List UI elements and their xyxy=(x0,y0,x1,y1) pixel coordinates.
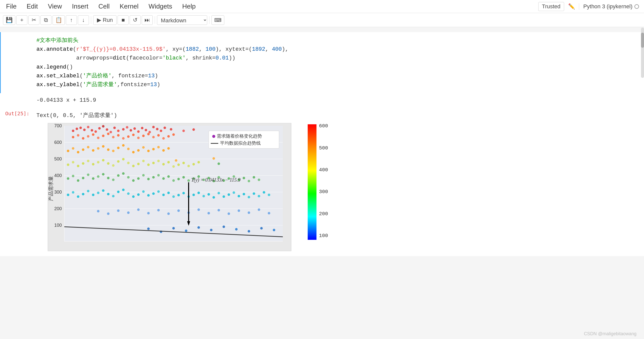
svg-point-34 xyxy=(137,130,140,133)
chart-prompt-space xyxy=(15,123,48,251)
divider-3 xyxy=(209,16,209,24)
svg-point-92 xyxy=(82,162,84,165)
svg-point-164 xyxy=(107,193,110,195)
add-cell-button[interactable]: + xyxy=(16,15,27,25)
stop-button[interactable]: ■ xyxy=(118,15,129,25)
svg-point-64 xyxy=(167,135,170,138)
menu-widgets[interactable]: Widgets xyxy=(147,2,174,11)
menu-insert[interactable]: Insert xyxy=(70,2,90,11)
svg-point-61 xyxy=(152,136,155,138)
svg-point-137 xyxy=(167,175,170,178)
code-block[interactable]: #文本中添加前头 ax.annotate(r'$T_{(y)}=0.04133x… xyxy=(33,34,644,91)
svg-point-94 xyxy=(92,163,94,165)
svg-point-78 xyxy=(127,148,130,150)
right-scrollbar[interactable] xyxy=(641,28,644,78)
out25-content: Text(0, 0.5, '产品需求量') xyxy=(33,107,644,123)
move-up-button[interactable]: ↑ xyxy=(66,15,77,25)
svg-point-176 xyxy=(167,192,170,194)
svg-point-181 xyxy=(192,194,195,196)
svg-text:700: 700 xyxy=(54,123,62,128)
svg-point-75 xyxy=(112,150,115,152)
colorbar: 600 500 400 300 200 100 xyxy=(306,123,319,244)
tick-100: 100 xyxy=(319,233,328,239)
svg-point-167 xyxy=(122,189,125,191)
svg-point-193 xyxy=(253,192,255,195)
svg-point-127 xyxy=(117,174,120,177)
svg-point-50 xyxy=(97,137,99,139)
svg-point-66 xyxy=(67,150,69,152)
run-button[interactable]: ▶ Run xyxy=(93,15,117,25)
svg-point-171 xyxy=(142,190,145,193)
svg-point-205 xyxy=(177,209,180,212)
move-down-button[interactable]: ↓ xyxy=(78,15,89,25)
refresh-button[interactable]: ↺ xyxy=(130,15,141,25)
svg-point-20 xyxy=(83,129,86,131)
skip-button[interactable]: ⏭ xyxy=(142,15,153,25)
svg-point-47 xyxy=(82,137,84,140)
cut-button[interactable]: ✂ xyxy=(28,15,39,25)
paste-button[interactable]: 📋 xyxy=(52,15,65,25)
svg-point-17 xyxy=(72,130,74,132)
svg-point-85 xyxy=(162,149,165,152)
copy-button[interactable]: ⧉ xyxy=(40,15,51,25)
svg-point-31 xyxy=(126,126,128,129)
svg-point-41 xyxy=(164,127,166,129)
svg-point-74 xyxy=(107,148,110,151)
svg-point-194 xyxy=(258,195,260,197)
svg-point-185 xyxy=(212,196,215,199)
menu-file[interactable]: File xyxy=(4,2,19,11)
svg-point-117 xyxy=(67,177,69,180)
svg-point-159 xyxy=(82,193,84,195)
edit-icon[interactable]: ✏️ xyxy=(568,3,575,10)
svg-point-100 xyxy=(122,158,125,160)
svg-point-80 xyxy=(137,149,140,152)
svg-point-110 xyxy=(172,165,175,168)
svg-point-212 xyxy=(248,211,250,214)
svg-text:100: 100 xyxy=(54,223,62,228)
colorbar-svg xyxy=(306,123,319,241)
svg-point-223 xyxy=(248,230,250,233)
svg-point-102 xyxy=(132,165,135,167)
chart-and-colorbar: 700 600 500 400 300 200 100 产品需求量 xyxy=(48,123,319,251)
run-icon: ▶ xyxy=(97,17,101,23)
svg-point-198 xyxy=(107,212,110,215)
svg-point-191 xyxy=(243,193,245,195)
svg-point-225 xyxy=(273,229,275,231)
svg-point-195 xyxy=(263,191,265,194)
menu-edit[interactable]: Edit xyxy=(25,2,40,11)
svg-point-152 xyxy=(243,177,245,179)
menu-help[interactable]: Help xyxy=(180,2,198,11)
menu-cell[interactable]: Cell xyxy=(96,2,112,11)
svg-point-62 xyxy=(157,134,160,137)
svg-point-189 xyxy=(233,191,235,194)
svg-point-157 xyxy=(72,191,74,194)
svg-point-175 xyxy=(162,194,165,196)
cell-type-select[interactable]: Markdown Code Raw NBConvert xyxy=(157,15,207,25)
svg-point-111 xyxy=(177,163,180,166)
svg-point-96 xyxy=(102,159,104,161)
svg-point-163 xyxy=(102,189,104,192)
scrollbar-thumb[interactable] xyxy=(641,33,644,48)
svg-point-178 xyxy=(177,194,180,196)
tick-500: 500 xyxy=(319,145,328,151)
tick-200: 200 xyxy=(319,211,328,217)
svg-point-71 xyxy=(92,149,94,152)
svg-point-21 xyxy=(87,126,89,128)
svg-point-82 xyxy=(147,150,150,152)
svg-point-18 xyxy=(76,128,78,130)
run-label: Run xyxy=(103,17,113,23)
svg-point-40 xyxy=(160,130,162,132)
svg-point-76 xyxy=(117,147,120,149)
trusted-button[interactable]: Trusted xyxy=(538,2,564,11)
svg-point-58 xyxy=(137,137,140,139)
svg-point-59 xyxy=(142,135,145,137)
menubar: File Edit View Insert Cell Kernel Widget… xyxy=(0,0,644,13)
svg-point-156 xyxy=(67,194,69,196)
keyboard-button[interactable]: ⌨ xyxy=(211,15,224,25)
svg-point-173 xyxy=(152,192,155,195)
menu-view[interactable]: View xyxy=(46,2,64,11)
svg-point-108 xyxy=(162,163,165,165)
menu-kernel[interactable]: Kernel xyxy=(118,2,140,11)
chart-output-wrapper: 700 600 500 400 300 200 100 产品需求量 xyxy=(0,123,644,256)
save-button[interactable]: 💾 xyxy=(3,15,15,25)
